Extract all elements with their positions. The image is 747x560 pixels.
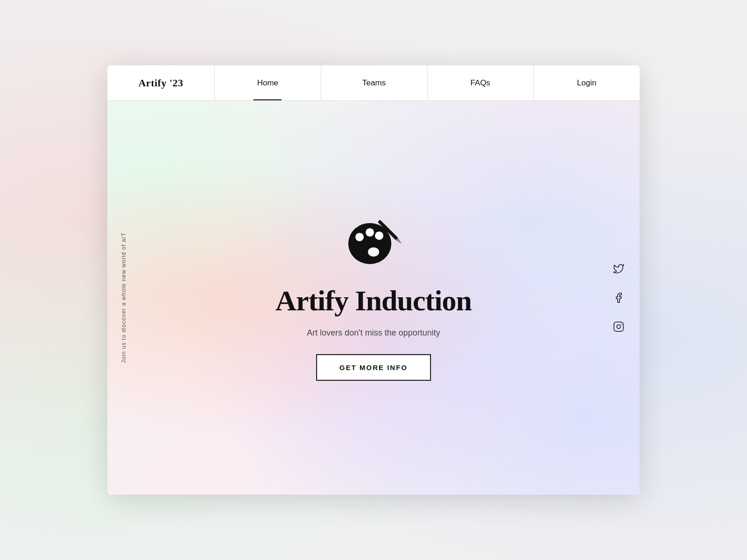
facebook-icon[interactable] — [612, 291, 626, 305]
nav-links: Home Teams FAQs Login — [215, 65, 640, 100]
nav-teams[interactable]: Teams — [321, 65, 428, 100]
instagram-icon[interactable] — [612, 320, 626, 334]
hero-subtitle: Art lovers don't miss the opportunity — [307, 328, 440, 338]
svg-point-4 — [375, 231, 383, 240]
nav-logo[interactable]: Artify '23 — [107, 65, 215, 100]
nav-login[interactable]: Login — [534, 65, 640, 100]
browser-window: Artify '23 Home Teams FAQs Login Join us… — [107, 65, 640, 495]
navbar: Artify '23 Home Teams FAQs Login — [107, 65, 640, 101]
vertical-tagline: Join us to discover a whole new world of… — [120, 232, 127, 363]
main-content: Join us to discover a whole new world of… — [107, 101, 640, 495]
svg-point-2 — [355, 233, 364, 241]
twitter-icon[interactable] — [612, 262, 626, 276]
get-more-info-button[interactable]: GET MORE INFO — [316, 354, 431, 381]
nav-home[interactable]: Home — [215, 65, 321, 100]
social-icons — [612, 262, 626, 334]
svg-rect-7 — [614, 322, 623, 331]
hero-center: Artify Induction Art lovers don't miss t… — [275, 215, 472, 381]
svg-point-3 — [366, 228, 374, 237]
svg-point-1 — [368, 247, 379, 257]
logo-text: Artify '23 — [138, 77, 183, 89]
nav-faqs[interactable]: FAQs — [428, 65, 534, 100]
hero-title: Artify Induction — [275, 285, 472, 316]
palette-icon — [345, 215, 402, 271]
